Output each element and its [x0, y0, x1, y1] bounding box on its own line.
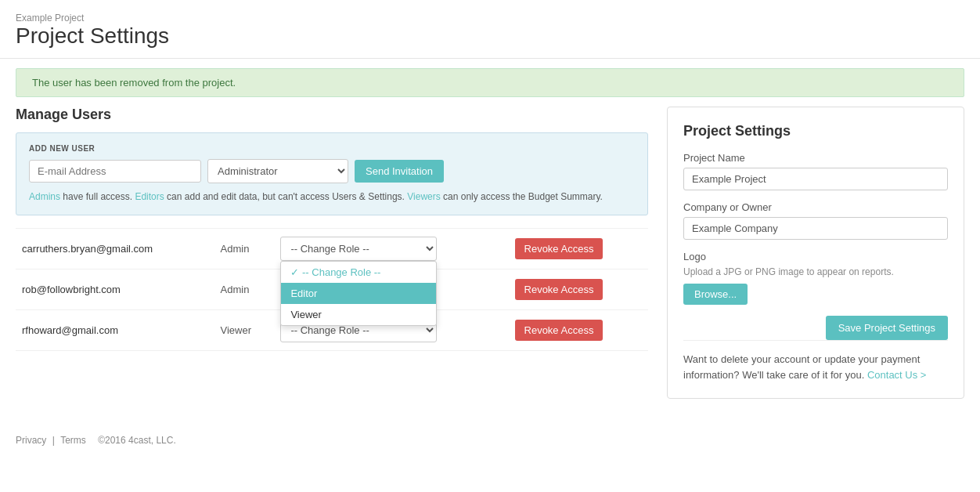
add-user-row: Administrator Editor Viewer Send Invitat… [29, 159, 635, 183]
company-label: Company or Owner [683, 201, 948, 213]
company-input[interactable] [683, 217, 948, 240]
user-role: Viewer [214, 310, 275, 351]
revoke-cell: Revoke Access [509, 270, 648, 310]
left-panel: Manage Users ADD NEW USER Administrator … [16, 107, 648, 399]
revoke-cell: Revoke Access [509, 310, 648, 351]
logo-group: Logo Upload a JPG or PNG image to appear… [683, 251, 948, 305]
editors-link[interactable]: Editors [135, 191, 164, 202]
manage-users-title: Manage Users [16, 107, 648, 123]
user-email: rfhoward@gmail.com [16, 310, 214, 351]
role-select-add[interactable]: Administrator Editor Viewer [207, 159, 348, 183]
user-role: Admin [214, 229, 275, 270]
custom-dropdown-row1: ✓ -- Change Role -- Editor Viewer [280, 261, 437, 326]
page-title: Project Settings [16, 24, 964, 49]
user-email: rob@followbright.com [16, 270, 214, 310]
dropdown-item-viewer[interactable]: Viewer [281, 304, 436, 325]
browse-button[interactable]: Browse... [683, 284, 748, 305]
dropdown-item-editor[interactable]: Editor [281, 283, 436, 304]
user-email: carruthers.bryan@gmail.com [16, 229, 214, 270]
admins-link[interactable]: Admins [29, 191, 60, 202]
viewers-link[interactable]: Viewers [407, 191, 440, 202]
logo-note: Upload a JPG or PNG image to appear on r… [683, 266, 948, 277]
settings-footer: Want to delete your account or update yo… [683, 340, 948, 382]
project-name-group: Project Name [683, 152, 948, 190]
add-user-box: ADD NEW USER Administrator Editor Viewer… [16, 132, 648, 215]
revoke-button-row1[interactable]: Revoke Access [515, 238, 603, 259]
page-footer: Privacy | Terms ©2016 4cast, LLC. [0, 422, 980, 458]
revoke-button-row3[interactable]: Revoke Access [515, 320, 603, 341]
permissions-note: Admins have full access. Editors can add… [29, 190, 635, 204]
settings-section-title: Project Settings [683, 123, 948, 139]
add-user-label: ADD NEW USER [29, 144, 635, 153]
email-input[interactable] [29, 160, 201, 183]
contact-us-link[interactable]: Contact Us > [867, 369, 927, 381]
dropdown-item-change[interactable]: ✓ -- Change Role -- [281, 262, 436, 283]
copyright: ©2016 4cast, LLC. [98, 435, 176, 446]
main-content: Manage Users ADD NEW USER Administrator … [0, 107, 980, 399]
right-panel: Project Settings Project Name Company or… [667, 107, 964, 399]
user-table: carruthers.bryan@gmail.com Admin -- Chan… [16, 228, 648, 351]
logo-label: Logo [683, 251, 948, 262]
success-banner: The user has been removed from the proje… [16, 68, 964, 97]
user-role-cell: -- Change Role -- Editor Viewer ✓ -- Cha… [274, 229, 508, 270]
role-select-row1[interactable]: -- Change Role -- Editor Viewer [280, 237, 437, 261]
revoke-button-row2[interactable]: Revoke Access [515, 279, 603, 300]
footer-separator: | [52, 435, 57, 446]
save-project-settings-button[interactable]: Save Project Settings [826, 316, 948, 340]
settings-panel: Project Settings Project Name Company or… [667, 107, 964, 399]
table-row: carruthers.bryan@gmail.com Admin -- Chan… [16, 229, 648, 270]
terms-link[interactable]: Terms [60, 435, 86, 446]
privacy-link[interactable]: Privacy [16, 435, 46, 446]
page-header: Example Project Project Settings [0, 0, 980, 59]
send-invitation-button[interactable]: Send Invitation [355, 160, 444, 183]
project-label: Example Project [16, 13, 964, 24]
revoke-cell: Revoke Access [509, 229, 648, 270]
user-role: Admin [214, 270, 275, 310]
user-table-body: carruthers.bryan@gmail.com Admin -- Chan… [16, 229, 648, 351]
project-name-label: Project Name [683, 152, 948, 164]
company-group: Company or Owner [683, 201, 948, 240]
project-name-input[interactable] [683, 168, 948, 190]
role-dropdown-wrapper: -- Change Role -- Editor Viewer ✓ -- Cha… [280, 237, 437, 261]
